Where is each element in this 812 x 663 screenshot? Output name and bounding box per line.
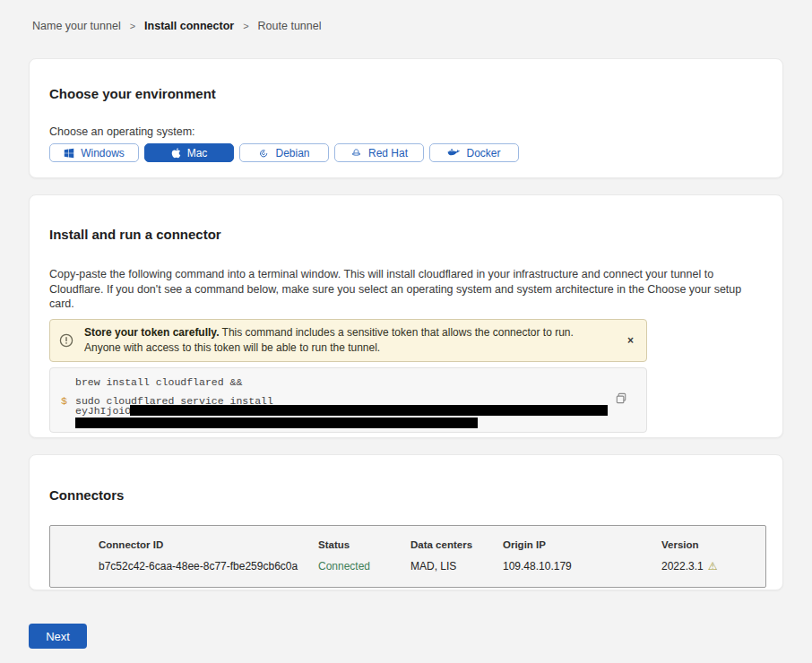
version-number: 2022.3.1: [661, 560, 704, 573]
breadcrumb-separator: >: [130, 21, 135, 31]
os-button-docker[interactable]: Docker: [429, 143, 519, 162]
token-warning-bold: Store your token carefully.: [84, 326, 220, 339]
token-warning-banner: Store your token carefully. This command…: [49, 319, 647, 362]
connectors-table-header: Connector ID Status Data centers Origin …: [99, 539, 765, 550]
os-button-debian[interactable]: Debian: [239, 143, 329, 162]
os-button-label: Mac: [187, 147, 208, 159]
connectors-card-title: Connectors: [49, 487, 763, 503]
status-badge: Connected: [318, 560, 410, 573]
os-button-redhat[interactable]: Red Hat: [334, 143, 424, 162]
debian-logo-icon: [258, 148, 269, 159]
os-button-windows[interactable]: Windows: [49, 143, 139, 162]
install-connector-card: Install and run a connector Copy-paste t…: [29, 194, 783, 438]
os-button-row: Windows Mac Debian Red Hat Docker: [49, 143, 763, 162]
cell-connector-id: b7c52c42-6caa-48ee-8c77-fbe259cb6c0a: [99, 560, 318, 573]
header-status: Status: [318, 539, 410, 550]
breadcrumb: Name your tunnel > Install connector > R…: [32, 20, 812, 32]
breadcrumb-install-connector[interactable]: Install connector: [144, 20, 234, 32]
token-warning-text: Store your token carefully. This command…: [84, 325, 602, 355]
apple-logo-icon: [171, 147, 181, 159]
redhat-logo-icon: [350, 147, 362, 159]
install-command-codeblock: brew install cloudflared && $ sudo cloud…: [49, 367, 647, 433]
header-data-centers: Data centers: [410, 539, 503, 550]
banner-close-icon[interactable]: ×: [627, 335, 634, 346]
windows-logo-icon: [64, 148, 74, 159]
install-description: Copy-paste the following command into a …: [49, 267, 763, 312]
next-button[interactable]: Next: [29, 624, 87, 649]
cell-version: 2022.3.1⚠: [661, 560, 765, 573]
cell-data-centers: MAD, LIS: [410, 560, 503, 573]
choose-environment-card: Choose your environment Choose an operat…: [29, 58, 783, 178]
cell-origin-ip: 109.48.10.179: [503, 560, 661, 573]
os-button-mac[interactable]: Mac: [144, 143, 234, 162]
connectors-card: Connectors Connector ID Status Data cent…: [29, 454, 783, 590]
os-select-label: Choose an operating system:: [49, 125, 763, 138]
header-connector-id: Connector ID: [99, 539, 318, 550]
code-line-1: brew install cloudflared &&: [75, 376, 242, 388]
install-card-title: Install and run a connector: [49, 227, 763, 242]
header-version: Version: [661, 539, 765, 550]
environment-card-title: Choose your environment: [49, 86, 763, 101]
token-redaction-bar: [75, 418, 478, 428]
token-prefix: eyJhIjoiO: [75, 405, 131, 417]
version-warning-icon: ⚠: [708, 560, 718, 573]
shell-prompt: $: [61, 395, 67, 407]
os-button-label: Debian: [275, 147, 309, 159]
docker-logo-icon: [447, 148, 460, 158]
header-origin-ip: Origin IP: [503, 539, 661, 550]
connectors-table: Connector ID Status Data centers Origin …: [49, 525, 766, 588]
copy-icon[interactable]: [615, 392, 628, 408]
breadcrumb-separator: >: [243, 21, 248, 31]
alert-circle-icon: [59, 333, 73, 348]
token-redaction-bar: [130, 405, 608, 416]
breadcrumb-name-your-tunnel[interactable]: Name your tunnel: [32, 20, 121, 32]
table-row: b7c52c42-6caa-48ee-8c77-fbe259cb6c0a Con…: [99, 560, 765, 573]
os-button-label: Red Hat: [368, 147, 408, 159]
os-button-label: Windows: [81, 147, 125, 159]
breadcrumb-route-tunnel[interactable]: Route tunnel: [258, 20, 322, 32]
os-button-label: Docker: [466, 147, 500, 159]
